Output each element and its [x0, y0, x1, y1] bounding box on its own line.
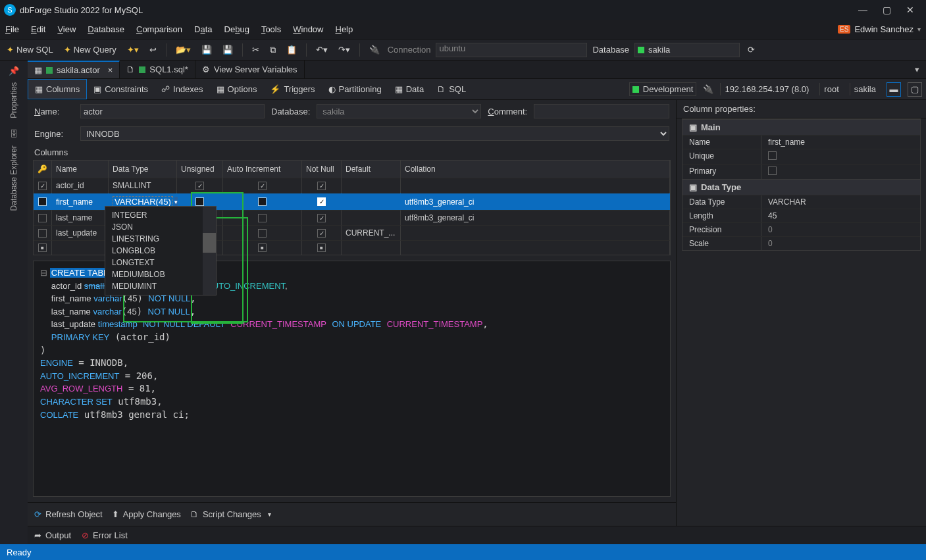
collapse-icon[interactable]: ▣ — [689, 122, 697, 132]
grid-row[interactable]: actor_id SMALLINT — [34, 178, 670, 193]
tab-triggers[interactable]: ⚡Triggers — [263, 79, 321, 99]
side-tab-db-explorer[interactable]: Database Explorer — [8, 141, 20, 215]
open-button[interactable]: 📂▾ — [173, 43, 193, 56]
tab-options[interactable]: ▦Options — [210, 79, 264, 99]
autoinc-header[interactable]: Auto Increment — [223, 161, 302, 178]
redo-button[interactable]: ↷▾ — [336, 43, 353, 56]
refresh-object-button[interactable]: ⟳Refresh Object — [34, 509, 103, 519]
cell-name[interactable]: first_name — [52, 193, 109, 210]
layout-btn-1[interactable]: ▬ — [887, 82, 901, 97]
error-list-tab[interactable]: ⊘Error List — [82, 530, 128, 540]
dropdown-item[interactable]: MEDIUMINT — [105, 280, 216, 292]
script-changes-button[interactable]: 🗋Script Changes▾ — [190, 509, 271, 519]
user-name[interactable]: Edwin Sanchez — [854, 24, 913, 34]
menu-edit[interactable]: Edit — [31, 24, 45, 34]
tab-constraints[interactable]: ▣Constraints — [87, 79, 155, 99]
menu-help[interactable]: Help — [335, 24, 353, 34]
cell-default[interactable] — [342, 193, 401, 210]
doctab-server-vars[interactable]: ⚙ View Server Variables — [195, 61, 305, 78]
user-menu-chevron-icon[interactable]: ▾ — [917, 26, 921, 33]
notnull-checkbox[interactable] — [317, 182, 326, 190]
notnull-checkbox[interactable] — [317, 214, 326, 222]
layout-btn-2[interactable]: ▢ — [908, 82, 922, 97]
notnull-checkbox[interactable] — [317, 243, 326, 252]
cell-collation[interactable] — [401, 178, 670, 193]
cell-datatype[interactable]: SMALLINT — [109, 178, 177, 193]
menu-comparison[interactable]: Comparison — [136, 24, 182, 34]
key-column-header[interactable]: 🔑 — [34, 161, 52, 178]
pin-icon[interactable]: 📌 — [9, 66, 19, 76]
doctab-sql1[interactable]: 🗋 SQL1.sql* — [120, 61, 195, 78]
cell-default[interactable]: CURRENT_... — [342, 225, 401, 240]
grid-row-selected[interactable]: first_name VARCHAR(45)▾ INTEGER JSON LIN… — [34, 193, 670, 210]
environment-indicator[interactable]: Development — [629, 82, 697, 96]
cell-datatype-editing[interactable]: VARCHAR(45)▾ INTEGER JSON LINESTRING LON… — [109, 193, 177, 210]
tab-dropdown-button[interactable]: ▾ — [908, 61, 926, 78]
cell-collation[interactable] — [401, 225, 670, 240]
unique-checkbox[interactable] — [768, 151, 777, 160]
apply-changes-button[interactable]: ⬆Apply Changes — [112, 509, 181, 519]
props-group-datatype[interactable]: ▣Data Type — [682, 179, 920, 195]
dropdown-item[interactable]: INTEGER — [105, 209, 216, 221]
minimize-button[interactable]: — — [851, 1, 875, 19]
connection-icon[interactable]: 🔌 — [367, 43, 382, 56]
database-combo[interactable]: sakila — [634, 43, 740, 57]
db-select[interactable]: sakila — [317, 104, 481, 118]
notnull-checkbox[interactable] — [317, 197, 326, 206]
pk-checkbox[interactable] — [38, 214, 47, 222]
cell-collation[interactable]: utf8mb3_general_ci — [401, 193, 670, 210]
datatype-dropdown[interactable]: INTEGER JSON LINESTRING LONGBLOB LONGTEX… — [105, 206, 217, 295]
props-group-main[interactable]: ▣Main — [682, 119, 920, 135]
save-button[interactable]: 💾 — [199, 43, 215, 56]
save-all-button[interactable]: 💾 — [220, 43, 236, 56]
output-tab[interactable]: ➦Output — [34, 530, 71, 540]
menu-database[interactable]: Database — [88, 24, 124, 34]
undo-button[interactable]: ↶▾ — [313, 43, 330, 56]
pk-checkbox[interactable] — [38, 197, 47, 206]
menu-debug[interactable]: Debug — [224, 24, 249, 34]
notnull-checkbox[interactable] — [317, 229, 326, 238]
db-explorer-icon[interactable]: 🗄 — [10, 129, 18, 139]
dropdown-item[interactable]: MEDIUMBLOB — [105, 268, 216, 280]
collation-header[interactable]: Collation — [401, 161, 670, 178]
cut-button[interactable]: ✂ — [249, 43, 262, 56]
tab-indexes[interactable]: ☍Indexes — [155, 79, 210, 99]
cell-default[interactable] — [342, 210, 401, 225]
history-button[interactable]: ↩ — [147, 43, 159, 56]
autoinc-checkbox[interactable] — [258, 243, 267, 252]
table-name-input[interactable] — [80, 104, 265, 118]
side-tab-properties[interactable]: Properties — [8, 78, 20, 122]
autoinc-checkbox[interactable] — [258, 197, 267, 206]
unsigned-header[interactable]: Unsigned — [177, 161, 223, 178]
primary-checkbox[interactable] — [768, 166, 777, 175]
tab-columns[interactable]: ▦Columns — [28, 79, 87, 99]
default-header[interactable]: Default — [342, 161, 401, 178]
pk-checkbox[interactable] — [38, 182, 47, 190]
cell-name[interactable]: last_update — [52, 225, 109, 240]
sql-preview[interactable]: ⊟ CREATE TABLE actor_id smallint UNSIGNE… — [33, 261, 671, 497]
new-sql-button[interactable]: ✦New SQL — [4, 43, 56, 56]
notnull-header[interactable]: Not Null — [302, 161, 342, 178]
close-button[interactable]: ✕ — [898, 1, 922, 19]
tab-partitioning[interactable]: ◐Partitioning — [322, 79, 388, 99]
dropdown-item[interactable]: LONGTEXT — [105, 257, 216, 268]
tab-sql[interactable]: 🗋SQL — [430, 79, 473, 99]
new-query-button[interactable]: ✦New Query — [61, 43, 119, 56]
cell-name[interactable]: last_name — [52, 210, 109, 225]
autoinc-checkbox[interactable] — [258, 229, 267, 238]
comment-input[interactable] — [534, 104, 669, 118]
menu-tools[interactable]: Tools — [261, 24, 281, 34]
new-object-button[interactable]: ✦▾ — [124, 43, 141, 56]
paste-button[interactable]: 📋 — [284, 43, 299, 56]
refresh-db-button[interactable]: ⟳ — [745, 43, 758, 56]
maximize-button[interactable]: ▢ — [875, 1, 898, 19]
menu-view[interactable]: View — [57, 24, 76, 34]
cell-default[interactable] — [342, 178, 401, 193]
dropdown-item[interactable]: JSON — [105, 221, 216, 233]
collapse-icon[interactable]: ▣ — [689, 182, 697, 192]
pk-checkbox[interactable] — [38, 229, 47, 238]
copy-button[interactable]: ⧉ — [267, 43, 278, 57]
cell-collation[interactable]: utf8mb3_general_ci — [401, 210, 670, 225]
pk-checkbox[interactable] — [38, 243, 47, 252]
name-header[interactable]: Name — [52, 161, 109, 178]
